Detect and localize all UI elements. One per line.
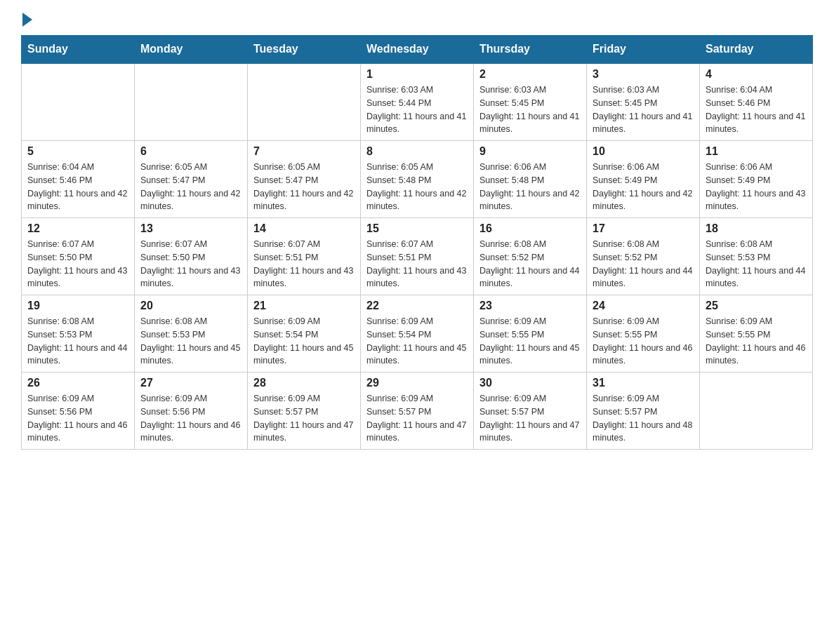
header-day-friday: Friday	[587, 36, 700, 64]
day-number: 25	[706, 300, 807, 312]
day-number: 21	[253, 300, 355, 312]
calendar-week-5: 26Sunrise: 6:09 AM Sunset: 5:56 PM Dayli…	[22, 373, 813, 450]
calendar-cell: 21Sunrise: 6:09 AM Sunset: 5:54 PM Dayli…	[248, 295, 361, 373]
calendar-cell: 5Sunrise: 6:04 AM Sunset: 5:46 PM Daylig…	[22, 141, 135, 218]
calendar-cell: 17Sunrise: 6:08 AM Sunset: 5:52 PM Dayli…	[587, 218, 700, 295]
calendar-cell: 4Sunrise: 6:04 AM Sunset: 5:46 PM Daylig…	[700, 63, 813, 141]
calendar-cell	[248, 63, 361, 141]
day-number: 16	[479, 222, 581, 235]
calendar-week-2: 5Sunrise: 6:04 AM Sunset: 5:46 PM Daylig…	[22, 141, 813, 218]
calendar-cell: 20Sunrise: 6:08 AM Sunset: 5:53 PM Dayli…	[135, 295, 248, 373]
day-number: 22	[366, 300, 468, 312]
day-number: 2	[479, 68, 581, 81]
day-info: Sunrise: 6:09 AM Sunset: 5:56 PM Dayligh…	[27, 392, 128, 445]
day-number: 9	[479, 145, 581, 158]
calendar-cell: 13Sunrise: 6:07 AM Sunset: 5:50 PM Dayli…	[135, 218, 248, 295]
logo-triangle-icon	[22, 13, 32, 27]
calendar-cell: 7Sunrise: 6:05 AM Sunset: 5:47 PM Daylig…	[248, 141, 361, 218]
day-number: 30	[479, 377, 581, 389]
day-info: Sunrise: 6:09 AM Sunset: 5:55 PM Dayligh…	[479, 315, 581, 368]
day-number: 31	[593, 377, 694, 389]
calendar-cell: 3Sunrise: 6:03 AM Sunset: 5:45 PM Daylig…	[587, 63, 700, 141]
day-info: Sunrise: 6:08 AM Sunset: 5:52 PM Dayligh…	[479, 238, 581, 290]
day-number: 23	[479, 300, 581, 312]
day-info: Sunrise: 6:09 AM Sunset: 5:54 PM Dayligh…	[366, 315, 468, 368]
day-number: 7	[253, 145, 355, 158]
day-info: Sunrise: 6:03 AM Sunset: 5:45 PM Dayligh…	[479, 83, 581, 136]
day-info: Sunrise: 6:05 AM Sunset: 5:48 PM Dayligh…	[366, 161, 468, 213]
calendar-cell: 31Sunrise: 6:09 AM Sunset: 5:57 PM Dayli…	[587, 373, 700, 450]
calendar-week-4: 19Sunrise: 6:08 AM Sunset: 5:53 PM Dayli…	[22, 295, 813, 373]
calendar-cell: 19Sunrise: 6:08 AM Sunset: 5:53 PM Dayli…	[22, 295, 135, 373]
calendar-cell	[135, 63, 248, 141]
day-number: 11	[706, 145, 807, 158]
day-number: 15	[366, 222, 468, 235]
day-info: Sunrise: 6:06 AM Sunset: 5:49 PM Dayligh…	[593, 161, 694, 213]
day-number: 6	[140, 145, 241, 158]
calendar-cell: 8Sunrise: 6:05 AM Sunset: 5:48 PM Daylig…	[361, 141, 474, 218]
calendar-cell: 10Sunrise: 6:06 AM Sunset: 5:49 PM Dayli…	[587, 141, 700, 218]
calendar-cell: 24Sunrise: 6:09 AM Sunset: 5:55 PM Dayli…	[587, 295, 700, 373]
day-number: 1	[366, 68, 468, 81]
calendar-cell: 16Sunrise: 6:08 AM Sunset: 5:52 PM Dayli…	[474, 218, 587, 295]
calendar-cell: 15Sunrise: 6:07 AM Sunset: 5:51 PM Dayli…	[361, 218, 474, 295]
day-info: Sunrise: 6:08 AM Sunset: 5:53 PM Dayligh…	[27, 315, 128, 368]
day-info: Sunrise: 6:04 AM Sunset: 5:46 PM Dayligh…	[27, 161, 128, 213]
calendar-cell: 23Sunrise: 6:09 AM Sunset: 5:55 PM Dayli…	[474, 295, 587, 373]
day-info: Sunrise: 6:09 AM Sunset: 5:57 PM Dayligh…	[253, 392, 355, 445]
calendar-cell: 9Sunrise: 6:06 AM Sunset: 5:48 PM Daylig…	[474, 141, 587, 218]
calendar-cell: 12Sunrise: 6:07 AM Sunset: 5:50 PM Dayli…	[22, 218, 135, 295]
day-number: 19	[27, 300, 128, 312]
header-day-sunday: Sunday	[22, 36, 135, 64]
calendar-week-1: 1Sunrise: 6:03 AM Sunset: 5:44 PM Daylig…	[22, 63, 813, 141]
day-info: Sunrise: 6:05 AM Sunset: 5:47 PM Dayligh…	[140, 161, 241, 213]
day-info: Sunrise: 6:06 AM Sunset: 5:49 PM Dayligh…	[706, 161, 807, 213]
day-info: Sunrise: 6:07 AM Sunset: 5:51 PM Dayligh…	[253, 238, 355, 290]
day-number: 28	[253, 377, 355, 389]
day-number: 27	[140, 377, 241, 389]
day-number: 17	[593, 222, 694, 235]
calendar-cell: 6Sunrise: 6:05 AM Sunset: 5:47 PM Daylig…	[135, 141, 248, 218]
calendar-cell: 28Sunrise: 6:09 AM Sunset: 5:57 PM Dayli…	[248, 373, 361, 450]
day-info: Sunrise: 6:09 AM Sunset: 5:56 PM Dayligh…	[140, 392, 241, 445]
calendar-cell: 25Sunrise: 6:09 AM Sunset: 5:55 PM Dayli…	[700, 295, 813, 373]
calendar-cell: 27Sunrise: 6:09 AM Sunset: 5:56 PM Dayli…	[135, 373, 248, 450]
day-number: 18	[706, 222, 807, 235]
day-number: 12	[27, 222, 128, 235]
calendar-cell	[22, 63, 135, 141]
day-info: Sunrise: 6:09 AM Sunset: 5:55 PM Dayligh…	[593, 315, 694, 368]
header-row: SundayMondayTuesdayWednesdayThursdayFrid…	[22, 36, 813, 64]
day-number: 26	[27, 377, 128, 389]
day-info: Sunrise: 6:07 AM Sunset: 5:50 PM Dayligh…	[27, 238, 128, 290]
header-day-wednesday: Wednesday	[361, 36, 474, 64]
header-day-monday: Monday	[135, 36, 248, 64]
calendar-cell: 2Sunrise: 6:03 AM Sunset: 5:45 PM Daylig…	[474, 63, 587, 141]
day-info: Sunrise: 6:04 AM Sunset: 5:46 PM Dayligh…	[706, 83, 807, 136]
day-number: 5	[27, 145, 128, 158]
day-info: Sunrise: 6:05 AM Sunset: 5:47 PM Dayligh…	[253, 161, 355, 213]
day-info: Sunrise: 6:09 AM Sunset: 5:57 PM Dayligh…	[479, 392, 581, 445]
day-number: 3	[593, 68, 694, 81]
day-number: 10	[593, 145, 694, 158]
calendar-cell: 22Sunrise: 6:09 AM Sunset: 5:54 PM Dayli…	[361, 295, 474, 373]
day-info: Sunrise: 6:08 AM Sunset: 5:52 PM Dayligh…	[593, 238, 694, 290]
calendar-cell: 1Sunrise: 6:03 AM Sunset: 5:44 PM Daylig…	[361, 63, 474, 141]
header-day-tuesday: Tuesday	[248, 36, 361, 64]
day-info: Sunrise: 6:09 AM Sunset: 5:55 PM Dayligh…	[706, 315, 807, 368]
calendar-cell: 29Sunrise: 6:09 AM Sunset: 5:57 PM Dayli…	[361, 373, 474, 450]
day-info: Sunrise: 6:03 AM Sunset: 5:45 PM Dayligh…	[593, 83, 694, 136]
day-info: Sunrise: 6:08 AM Sunset: 5:53 PM Dayligh…	[140, 315, 241, 368]
day-info: Sunrise: 6:09 AM Sunset: 5:57 PM Dayligh…	[366, 392, 468, 445]
calendar-cell: 14Sunrise: 6:07 AM Sunset: 5:51 PM Dayli…	[248, 218, 361, 295]
header-day-thursday: Thursday	[474, 36, 587, 64]
header-day-saturday: Saturday	[700, 36, 813, 64]
day-info: Sunrise: 6:07 AM Sunset: 5:51 PM Dayligh…	[366, 238, 468, 290]
logo	[21, 14, 34, 28]
calendar-cell: 26Sunrise: 6:09 AM Sunset: 5:56 PM Dayli…	[22, 373, 135, 450]
day-number: 24	[593, 300, 694, 312]
calendar-table: SundayMondayTuesdayWednesdayThursdayFrid…	[21, 35, 813, 450]
day-info: Sunrise: 6:06 AM Sunset: 5:48 PM Dayligh…	[479, 161, 581, 213]
day-number: 20	[140, 300, 241, 312]
day-info: Sunrise: 6:09 AM Sunset: 5:57 PM Dayligh…	[593, 392, 694, 445]
day-info: Sunrise: 6:09 AM Sunset: 5:54 PM Dayligh…	[253, 315, 355, 368]
